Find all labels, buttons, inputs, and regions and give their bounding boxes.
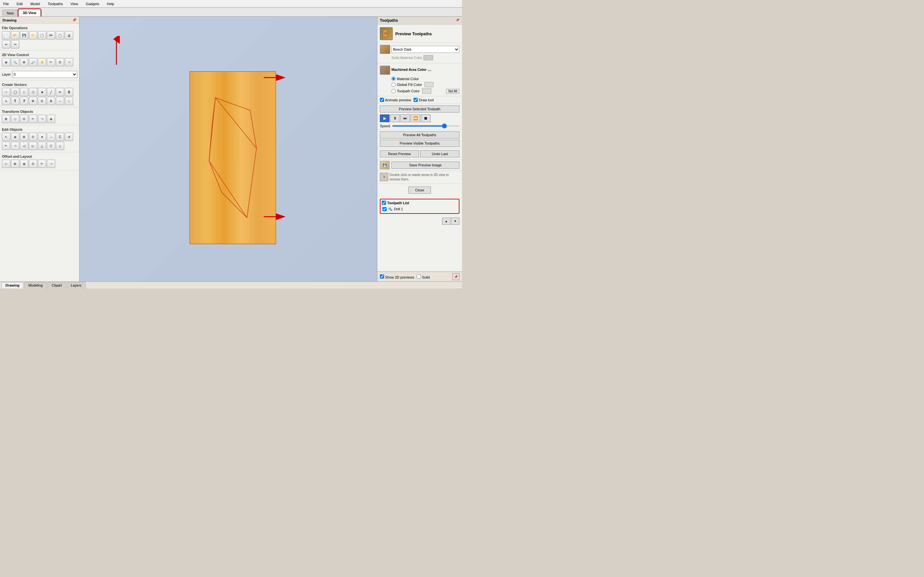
draw-star-btn[interactable]: ★ xyxy=(38,88,46,96)
animate-preview-checkbox[interactable] xyxy=(380,98,384,102)
show-2d-checkbox[interactable] xyxy=(380,274,384,279)
move-btn[interactable]: ⊞ xyxy=(2,115,10,123)
scale-btn[interactable]: □ xyxy=(11,115,19,123)
fillet-btn[interactable]: △ xyxy=(38,142,46,150)
draw-text-btn[interactable]: T xyxy=(11,97,19,105)
pause-btn[interactable]: ⏸ xyxy=(390,114,400,122)
new-file-btn[interactable]: 📄 xyxy=(2,31,10,39)
zoom-out-btn[interactable]: 🔎 xyxy=(29,58,37,66)
fast-forward-btn[interactable]: ⏩ xyxy=(411,114,420,122)
save-preview-btn[interactable]: Save Preview Image xyxy=(391,161,459,169)
tpath-move-down-btn[interactable]: ▼ xyxy=(451,218,459,225)
zoom-fit-btn[interactable]: ⊕ xyxy=(2,58,10,66)
preview-visible-btn[interactable]: Preview Visible Toolpaths xyxy=(380,140,459,147)
stop-btn[interactable]: ⏹ xyxy=(421,114,431,122)
weld-btn[interactable]: ⊞ xyxy=(20,133,28,141)
preview-all-btn[interactable]: Preview All Toolpaths xyxy=(380,131,459,139)
draw-spiro-btn[interactable]: S xyxy=(65,88,73,96)
canvas-area[interactable] xyxy=(79,17,377,282)
show-2d-label[interactable]: Show 2D previews xyxy=(380,274,414,279)
tab-3dview[interactable]: 3D View xyxy=(19,9,40,16)
tab-clipart[interactable]: Clipart xyxy=(47,282,66,288)
menu-model[interactable]: Model xyxy=(29,1,41,6)
bottom-pin-btn[interactable]: 📌 xyxy=(452,273,459,280)
right-panel-pin[interactable]: 📌 xyxy=(456,18,459,23)
layer-select[interactable]: 0 xyxy=(12,71,78,78)
global-fill-color-radio[interactable] xyxy=(391,83,396,87)
group-btn[interactable]: ⊕ xyxy=(20,160,28,168)
extend-btn[interactable]: ⊣ xyxy=(11,142,19,150)
menu-toolpaths[interactable]: Toolpaths xyxy=(47,1,64,6)
draw-tool-checkbox[interactable] xyxy=(414,98,418,102)
save-as-btn[interactable]: 📁 xyxy=(29,31,37,39)
draw-wave-btn[interactable]: ∿ xyxy=(2,97,10,105)
animate-preview-label[interactable]: Animate preview xyxy=(380,98,411,102)
draw-arrow-btn[interactable]: → xyxy=(56,97,64,105)
draw-dim-btn[interactable]: ⊡ xyxy=(38,97,46,105)
array-btn[interactable]: ⊣ xyxy=(38,115,46,123)
toolpath-list-check[interactable] xyxy=(382,201,386,205)
solid-label[interactable]: Solid xyxy=(417,274,430,279)
import-btn[interactable]: 📋 xyxy=(38,31,46,39)
rotate-btn[interactable]: ⊡ xyxy=(20,115,28,123)
draw-polygon-btn[interactable]: ⬡ xyxy=(29,88,37,96)
nesting-btn[interactable]: ⊞ xyxy=(11,160,19,168)
copy-btn[interactable]: 📋 xyxy=(56,31,64,39)
ungroup-btn[interactable]: ⊡ xyxy=(29,160,37,168)
drill1-checkbox[interactable] xyxy=(383,207,387,211)
open-file-btn[interactable]: 📂 xyxy=(11,31,19,39)
break-btn[interactable]: ▷ xyxy=(29,142,37,150)
layout-btn[interactable]: ⊣ xyxy=(47,160,55,168)
play-btn[interactable]: ▶ xyxy=(380,114,389,122)
tab-new[interactable]: New xyxy=(3,10,18,16)
set-all-btn[interactable]: Set All xyxy=(446,89,459,93)
draw-tool-label[interactable]: Draw tool xyxy=(414,98,433,102)
draw-rect-btn[interactable]: □ xyxy=(20,88,28,96)
print-btn[interactable]: 🖨 xyxy=(65,31,73,39)
undo-btn[interactable]: ↩ xyxy=(2,40,10,48)
smooth-btn[interactable]: ⊢ xyxy=(2,142,10,150)
pan-btn[interactable]: ✋ xyxy=(38,58,46,66)
snap-grid-btn[interactable]: ⊡ xyxy=(56,58,64,66)
tab-modeling[interactable]: Modeling xyxy=(24,282,47,288)
step-forward-btn[interactable]: ⏭ xyxy=(401,114,410,122)
toolpath-color-swatch[interactable] xyxy=(422,89,431,93)
draw-table-btn[interactable]: ⊞ xyxy=(29,97,37,105)
draw-freehand-btn[interactable]: ✏ xyxy=(56,88,64,96)
tab-layers[interactable]: Layers xyxy=(67,282,86,288)
chamfer-btn[interactable]: ▽ xyxy=(47,142,55,150)
view-toggle-btn[interactable]: ⊣ xyxy=(65,58,73,66)
mirror-btn[interactable]: ⊢ xyxy=(29,115,37,123)
global-fill-swatch[interactable] xyxy=(425,82,433,87)
menu-gadgets[interactable]: Gadgets xyxy=(84,1,100,6)
draw-arc-text-btn[interactable]: T xyxy=(20,97,28,105)
trim-btn[interactable]: ⊡ xyxy=(29,133,37,141)
arc-fit-btn[interactable]: C xyxy=(56,133,64,141)
close-vec-btn[interactable]: ✕ xyxy=(38,133,46,141)
align-btn[interactable]: ⊕ xyxy=(47,115,55,123)
menu-view[interactable]: View xyxy=(69,1,79,6)
toolpath-color-radio[interactable] xyxy=(391,89,396,93)
select-btn[interactable]: ↖ xyxy=(2,133,10,141)
toolpath-drill1[interactable]: 🔩 Drill 1 xyxy=(382,206,457,212)
node-edit-btn[interactable]: ⊕ xyxy=(11,133,19,141)
menu-file[interactable]: File xyxy=(2,1,10,6)
draw-polyline-btn[interactable]: ╱ xyxy=(47,88,55,96)
menu-help[interactable]: Help xyxy=(105,1,115,6)
solid-checkbox[interactable] xyxy=(417,274,421,279)
tile-btn[interactable]: ⊢ xyxy=(38,160,46,168)
undo-last-btn[interactable]: Undo Last xyxy=(420,150,459,157)
redo-btn[interactable]: ↪ xyxy=(11,40,19,48)
offset-btn[interactable]: □ xyxy=(2,160,10,168)
draw-arc-btn[interactable]: A xyxy=(47,97,55,105)
corner-btn[interactable]: ◁ xyxy=(20,142,28,150)
reset-preview-btn[interactable]: Reset Preview xyxy=(380,150,419,157)
cut-btn[interactable]: ✂ xyxy=(47,31,55,39)
solid-color-swatch[interactable] xyxy=(423,55,433,60)
close-btn[interactable]: Close xyxy=(409,187,431,193)
save-file-btn[interactable]: 💾 xyxy=(20,31,28,39)
draw-spiral-btn[interactable]: ↕ xyxy=(65,97,73,105)
material-select[interactable]: Beech Dark xyxy=(391,46,459,53)
material-color-radio[interactable] xyxy=(391,77,396,81)
view-all-btn[interactable]: ⊢ xyxy=(47,58,55,66)
